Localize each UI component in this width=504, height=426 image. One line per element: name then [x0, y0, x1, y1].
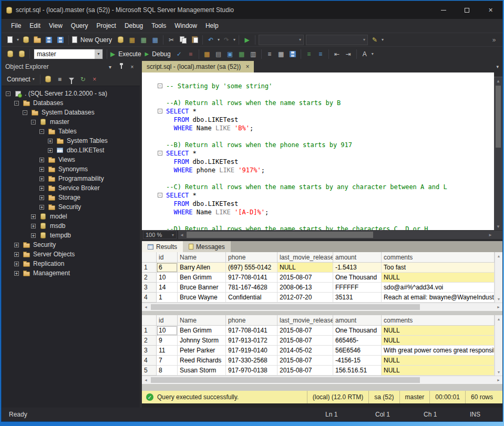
- column-header-name[interactable]: Name: [178, 315, 226, 326]
- comment-icon[interactable]: ≡: [303, 48, 315, 60]
- grid-splitter[interactable]: [142, 311, 502, 315]
- row-number[interactable]: 4: [142, 293, 157, 303]
- grid-cell[interactable]: NULL: [382, 356, 495, 366]
- grid-cell[interactable]: 10: [157, 326, 178, 336]
- tree-expander-icon[interactable]: +: [31, 233, 36, 238]
- grid-cell[interactable]: Barry Allen: [178, 263, 226, 273]
- redo-icon[interactable]: ↷: [221, 34, 232, 46]
- close-panel-icon[interactable]: ×: [128, 64, 136, 70]
- tree-item[interactable]: +Programmability: [2, 174, 140, 183]
- start-icon[interactable]: ▶: [241, 34, 253, 46]
- tree-expander-icon[interactable]: +: [31, 224, 36, 228]
- grid-cell[interactable]: Johnny Storm: [178, 336, 226, 346]
- column-header-last_movie_release[interactable]: last_movie_release: [277, 315, 333, 326]
- grid2-vertical-scrollbar[interactable]: ▲ ▼: [495, 315, 502, 376]
- grid-cell[interactable]: Reed Richards: [178, 356, 226, 366]
- toolbar-combo-2[interactable]: ▾: [306, 35, 368, 45]
- grid-cell[interactable]: 2012-07-20: [277, 293, 333, 303]
- grid-cell[interactable]: -4156-15: [333, 356, 382, 366]
- splitter-grip[interactable]: [494, 72, 502, 77]
- grid-cell[interactable]: 665465-: [333, 336, 382, 346]
- save-all-icon[interactable]: [55, 34, 66, 46]
- column-header-phone[interactable]: phone: [226, 315, 277, 326]
- document-tab[interactable]: script.sql - (local).master (sa (52)) ×: [142, 61, 254, 72]
- query-options-icon[interactable]: ▤: [213, 48, 224, 60]
- grid-cell[interactable]: 917-708-0141: [226, 326, 277, 336]
- filter-icon[interactable]: [66, 74, 77, 85]
- available-databases-combo[interactable]: master▾: [34, 49, 103, 59]
- maximize-button[interactable]: [455, 1, 479, 19]
- grid-cell[interactable]: 917-970-0138: [226, 366, 277, 376]
- scroll-down-icon[interactable]: ▼: [497, 368, 501, 376]
- tree-item[interactable]: +Storage: [2, 193, 140, 202]
- new-file-icon[interactable]: [4, 34, 16, 46]
- tree-expander-icon[interactable]: +: [39, 176, 44, 181]
- row-number[interactable]: 4: [142, 356, 157, 366]
- database-engine-query-icon[interactable]: [115, 34, 126, 46]
- column-header-amount[interactable]: amount: [333, 315, 382, 326]
- menu-file[interactable]: File: [7, 20, 25, 32]
- delete-icon[interactable]: ×: [89, 74, 100, 85]
- row-number[interactable]: 3: [142, 346, 157, 356]
- chevron-down-icon[interactable]: ▾: [217, 37, 221, 42]
- row-number[interactable]: 2: [142, 336, 157, 346]
- row-number[interactable]: 5: [142, 366, 157, 376]
- menu-debug[interactable]: Debug: [120, 20, 147, 32]
- grid-cell[interactable]: With great power comes great responsibil…: [382, 346, 495, 356]
- grid-cell[interactable]: 917-913-0172: [226, 336, 277, 346]
- tree-item[interactable]: +Security: [2, 202, 140, 212]
- window-position-dropdown-icon[interactable]: ▾: [106, 64, 114, 70]
- grid-cell[interactable]: 56E6546: [333, 346, 382, 356]
- grid-cell[interactable]: 2015-08-07: [277, 326, 333, 336]
- results-to-file-icon[interactable]: [287, 48, 299, 60]
- editor-horizontal-scrollbar[interactable]: ◄ ►: [178, 231, 494, 239]
- chevron-down-icon[interactable]: ▾: [380, 37, 385, 42]
- grid-cell[interactable]: 2014-05-02: [277, 346, 333, 356]
- connect-icon[interactable]: [4, 48, 16, 60]
- grid-cell[interactable]: 6: [157, 263, 178, 273]
- tree-item[interactable]: -System Databases: [2, 108, 140, 117]
- menu-query[interactable]: Query: [67, 20, 92, 32]
- tree-item[interactable]: +Replication: [2, 259, 140, 268]
- tree-item[interactable]: +msdb: [2, 221, 140, 231]
- sql-editor[interactable]: --- Starting by 'some string'--A) Return…: [142, 72, 494, 230]
- grid-cell[interactable]: Peter Parker: [178, 346, 226, 356]
- grid-cell[interactable]: 35131: [333, 293, 382, 303]
- script-edit-icon[interactable]: ✎: [369, 34, 380, 46]
- grid-cell[interactable]: sdo@a#%^add34.voi: [382, 283, 495, 293]
- tree-expander-icon[interactable]: +: [39, 167, 44, 172]
- refresh-icon[interactable]: ↻: [77, 74, 89, 85]
- grid1-horizontal-scrollbar[interactable]: ◄ ►: [142, 303, 502, 311]
- uncomment-icon[interactable]: ≡: [315, 48, 326, 60]
- pin-icon[interactable]: [117, 65, 125, 69]
- column-header-name[interactable]: Name: [178, 252, 226, 263]
- minimize-button[interactable]: [431, 1, 455, 19]
- cut-icon[interactable]: ✂: [166, 34, 177, 46]
- column-header-id[interactable]: id: [157, 315, 178, 326]
- new-query-button[interactable]: New Query: [71, 34, 115, 46]
- row-number[interactable]: 2: [142, 273, 157, 283]
- grid-cell[interactable]: 11: [157, 346, 178, 356]
- chevron-down-icon[interactable]: ▾: [16, 37, 20, 42]
- grid-cell[interactable]: Bruce Banner: [178, 283, 226, 293]
- fold-collapse-icon[interactable]: -: [158, 151, 162, 155]
- tree-expander-icon[interactable]: -: [39, 129, 44, 134]
- scrollbar-thumb[interactable]: [151, 377, 420, 383]
- grid-cell[interactable]: 917-919-0140: [226, 346, 277, 356]
- grid-cell[interactable]: (697) 555-0142: [226, 263, 277, 273]
- scroll-right-icon[interactable]: ►: [495, 378, 502, 382]
- chevron-down-icon[interactable]: ▾: [371, 51, 375, 56]
- tree-item[interactable]: +dbo.LIKETest: [2, 146, 140, 155]
- grid-cell[interactable]: Bruce Wayne: [178, 293, 226, 303]
- grid-cell[interactable]: 2015-08-07: [277, 336, 333, 346]
- tree-expander-icon[interactable]: +: [39, 186, 44, 191]
- menu-edit[interactable]: Edit: [25, 20, 45, 32]
- include-actual-plan-icon[interactable]: ▦: [236, 48, 248, 60]
- tab-messages[interactable]: Messages: [183, 241, 231, 252]
- grid-cell[interactable]: Confidential: [226, 293, 277, 303]
- scroll-down-icon[interactable]: ▼: [497, 295, 501, 303]
- results-to-grid-icon[interactable]: ▦: [275, 48, 287, 60]
- grid-cell[interactable]: NULL: [382, 273, 495, 283]
- grid-cell[interactable]: One Thousand: [333, 326, 382, 336]
- tree-item[interactable]: -Databases: [2, 98, 140, 108]
